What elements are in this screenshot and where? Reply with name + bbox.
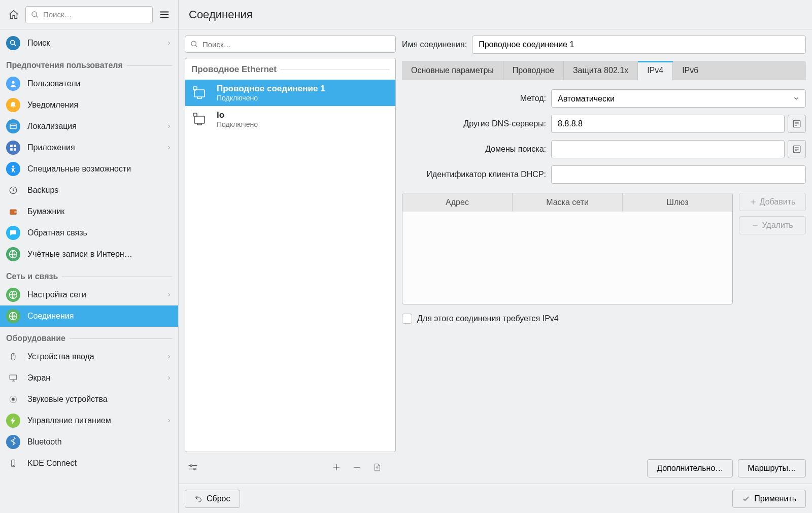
svg-rect-24: [194, 116, 205, 123]
export-connection-button[interactable]: [373, 459, 393, 476]
chevron-right-icon: [166, 145, 172, 151]
reset-button[interactable]: Сброс: [185, 490, 240, 508]
sidebar-item-label: Управление питанием: [27, 416, 159, 425]
svg-rect-3: [10, 124, 16, 128]
minus-icon: [352, 463, 361, 472]
sidebar-search-input[interactable]: [43, 10, 147, 19]
routes-button[interactable]: Маршруты…: [738, 459, 806, 477]
sidebar-item-power[interactable]: Управление питанием: [0, 410, 178, 431]
hamburger-button[interactable]: [156, 6, 173, 23]
sidebar-item-label: Поиск: [27, 39, 159, 48]
chevron-right-icon: [166, 354, 172, 360]
sidebar-item-label: Уведомления: [27, 100, 172, 110]
svg-rect-5: [14, 145, 16, 147]
network-settings-icon: [6, 288, 20, 302]
sidebar-item-sound[interactable]: Звуковые устройства: [0, 389, 178, 410]
home-button[interactable]: [5, 6, 22, 23]
sidebar-search[interactable]: [25, 6, 153, 23]
sidebar-item-a11y[interactable]: Специальные возможности: [0, 158, 178, 180]
plus-icon: [332, 463, 341, 472]
connection-item-status: Подключено: [217, 94, 325, 102]
add-connection-button[interactable]: [332, 459, 352, 476]
search-icon: [31, 11, 39, 19]
sidebar-item-backups[interactable]: Backups: [0, 180, 178, 201]
sidebar-item-applications[interactable]: Приложения: [0, 137, 178, 158]
connection-item[interactable]: Проводное соединение 1Подключено: [185, 80, 395, 106]
tab-ipv4[interactable]: IPv4: [638, 61, 673, 80]
sidebar-item-label: Обратная связь: [27, 228, 172, 237]
connection-group-title: Проводное Ethernet: [191, 64, 277, 75]
tab-general[interactable]: Основные параметры: [402, 61, 503, 80]
method-select-wrap[interactable]: Автоматически: [551, 89, 806, 108]
dns-label: Другие DNS-серверы:: [402, 119, 546, 128]
wallet-icon: [6, 204, 20, 219]
sidebar-item-bluetooth[interactable]: Bluetooth: [0, 431, 178, 453]
sidebar-item-kde-connect[interactable]: KDE Connect: [0, 453, 178, 474]
sidebar-item-locale[interactable]: Локализация: [0, 116, 178, 137]
require-ipv4-row[interactable]: Для этого соединения требуется IPv4: [402, 314, 806, 324]
sidebar-item-users[interactable]: Пользователи: [0, 73, 178, 94]
sidebar-item-label: Настройка сети: [27, 290, 159, 299]
search-domains-label: Домены поиска:: [402, 145, 546, 154]
address-table-header: Адрес Маска сети Шлюз: [402, 193, 732, 212]
remove-address-button[interactable]: Удалить: [739, 216, 806, 234]
connection-item-title: lo: [217, 110, 258, 120]
sidebar-item-label: Соединения: [27, 312, 172, 321]
sidebar-item-input-devices[interactable]: Устройства ввода: [0, 346, 178, 367]
connection-item[interactable]: loПодключено: [185, 106, 395, 132]
tab-ipv6[interactable]: IPv6: [673, 61, 707, 80]
sidebar-item-display[interactable]: Экран: [0, 367, 178, 389]
connection-group-header: Проводное Ethernet: [185, 58, 395, 80]
add-address-button[interactable]: Добавить: [739, 193, 806, 211]
apply-button[interactable]: Применить: [732, 490, 806, 508]
tab-wired[interactable]: Проводное: [503, 61, 564, 80]
locale-icon: [6, 119, 20, 133]
ethernet-icon: [191, 110, 210, 128]
dns-input[interactable]: [551, 115, 785, 133]
sidebar-item-notifications[interactable]: Уведомления: [0, 94, 178, 116]
sound-icon: [6, 392, 20, 406]
svg-point-18: [12, 398, 15, 401]
require-ipv4-label: Для этого соединения требуется IPv4: [417, 314, 559, 323]
connection-search[interactable]: [185, 36, 396, 53]
dns-edit-button[interactable]: [788, 115, 806, 133]
chevron-right-icon: [166, 375, 172, 381]
list-edit-icon: [792, 145, 801, 154]
remove-connection-button[interactable]: [352, 459, 373, 476]
search-category-icon: [6, 36, 20, 50]
svg-rect-4: [10, 145, 13, 147]
connection-name-row: Имя соединения:: [402, 36, 806, 54]
dhcp-client-id-input[interactable]: [551, 165, 806, 184]
sidebar-item-feedback[interactable]: Обратная связь: [0, 222, 178, 244]
display-icon: [6, 371, 20, 385]
sidebar-header: [0, 0, 178, 29]
sidebar-section-header: Оборудование: [0, 327, 178, 346]
configure-button[interactable]: [188, 459, 208, 476]
tab-8021x[interactable]: Защита 802.1x: [564, 61, 638, 80]
require-ipv4-checkbox[interactable]: [402, 314, 412, 324]
svg-point-27: [194, 468, 195, 470]
sidebar-item-label: Экран: [27, 373, 159, 383]
connection-name-input[interactable]: [472, 36, 806, 54]
sidebar-item-connections[interactable]: Соединения: [0, 305, 178, 327]
search-domains-edit-button[interactable]: [788, 140, 806, 158]
sidebar-item-online-accounts[interactable]: Учётные записи в Интерн…: [0, 244, 178, 265]
check-icon: [742, 495, 750, 503]
connection-search-input[interactable]: [202, 40, 390, 49]
sliders-icon: [188, 462, 198, 472]
sidebar-item-label: Устройства ввода: [27, 352, 159, 361]
advanced-button[interactable]: Дополнительно…: [647, 459, 733, 477]
sidebar-item-search[interactable]: Поиск: [0, 32, 178, 54]
address-buttons: Добавить Удалить: [739, 193, 806, 304]
method-select[interactable]: Автоматически: [551, 89, 806, 108]
sidebar-item-network-settings[interactable]: Настройка сети: [0, 284, 178, 305]
search-domains-input[interactable]: [551, 140, 785, 158]
main-panel: Соединения Проводное Ethernet Проводное …: [179, 0, 812, 513]
main-header: Соединения: [179, 0, 812, 29]
search-domains-row: Домены поиска:: [402, 140, 806, 158]
sidebar-body: Поиск Предпочтения пользователяПользоват…: [0, 29, 178, 513]
sidebar-item-wallet[interactable]: Бумажник: [0, 201, 178, 222]
address-table-wrap: Адрес Маска сети Шлюз Добавить Удалить: [402, 193, 806, 304]
connection-item-title: Проводное соединение 1: [217, 84, 325, 94]
feedback-icon: [6, 226, 20, 240]
